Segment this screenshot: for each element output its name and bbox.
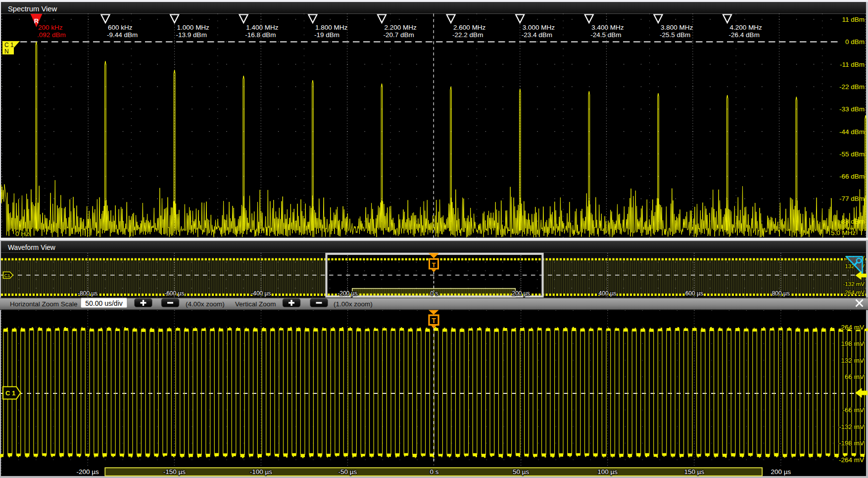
- svg-text:3.800 MHz: 3.800 MHz: [661, 24, 693, 31]
- svg-text:-66 dBm: -66 dBm: [839, 173, 865, 180]
- svg-text:-66 mV: -66 mV: [842, 406, 864, 414]
- svg-text:200 µs: 200 µs: [771, 468, 791, 476]
- svg-text:-9.44 dBm: -9.44 dBm: [107, 31, 138, 39]
- svg-text:200 µs: 200 µs: [512, 290, 530, 297]
- svg-text:2.600 MHz: 2.600 MHz: [453, 24, 486, 31]
- svg-text:-44 dBm: -44 dBm: [839, 128, 865, 136]
- svg-text:66 mV: 66 mV: [845, 373, 864, 381]
- svg-text:-600 µs: -600 µs: [164, 290, 184, 297]
- svg-text:C1: C1: [4, 273, 10, 278]
- svg-text:-132 mV: -132 mV: [843, 281, 865, 287]
- svg-text:-100 µs: -100 µs: [250, 468, 273, 476]
- svg-text:(4.00x zoom): (4.00x zoom): [186, 300, 225, 308]
- svg-text:-11 dBm: -11 dBm: [840, 61, 865, 68]
- svg-text:0 Hz: 0 Hz: [15, 230, 29, 238]
- svg-text:-16.8 dBm: -16.8 dBm: [245, 31, 276, 39]
- svg-text:50 µs: 50 µs: [513, 468, 530, 476]
- svg-text:-26.4 dBm: -26.4 dBm: [729, 31, 760, 39]
- svg-text:-55 dBm: -55 dBm: [839, 150, 865, 158]
- svg-text:-20.7 dBm: -20.7 dBm: [384, 31, 414, 39]
- svg-text:-23.4 dBm: -23.4 dBm: [522, 31, 552, 39]
- svg-text:-264 mV: -264 mV: [843, 289, 865, 295]
- svg-text:-24.5 dBm: -24.5 dBm: [590, 31, 621, 39]
- svg-text:5.0 MHz: 5.0 MHz: [831, 229, 856, 237]
- svg-text:C 1: C 1: [4, 42, 14, 48]
- svg-text:-200 µs: -200 µs: [77, 468, 99, 476]
- svg-text:-400 µs: -400 µs: [251, 290, 271, 297]
- svg-text:-132 mV: -132 mV: [839, 423, 864, 430]
- svg-text:3.400 MHz: 3.400 MHz: [591, 24, 624, 31]
- svg-text:4.200 MHz: 4.200 MHz: [730, 24, 763, 31]
- svg-text:1.000 MHz: 1.000 MHz: [177, 24, 210, 31]
- svg-text:T: T: [432, 317, 436, 325]
- svg-text:(1.00x zoom): (1.00x zoom): [334, 300, 373, 308]
- svg-text:-77 dBm: -77 dBm: [839, 195, 865, 202]
- svg-text:-200 µs: -200 µs: [338, 290, 357, 297]
- svg-text:264 mV: 264 mV: [841, 324, 864, 331]
- svg-text:-13.9 dBm: -13.9 dBm: [176, 31, 207, 39]
- svg-text:-19 dBm: -19 dBm: [314, 31, 339, 39]
- svg-text:T: T: [432, 261, 436, 269]
- svg-text:-25.5 dBm: -25.5 dBm: [660, 31, 690, 39]
- svg-text:-33 dBm: -33 dBm: [839, 105, 865, 113]
- svg-text:N: N: [4, 48, 9, 55]
- svg-text:-150 µs: -150 µs: [163, 468, 186, 476]
- svg-text:0 s: 0 s: [430, 290, 438, 297]
- svg-text:800 µs: 800 µs: [772, 290, 790, 297]
- svg-text:0 s: 0 s: [430, 468, 438, 476]
- svg-text:200 kHz: 200 kHz: [38, 24, 63, 31]
- svg-text:-22.2 dBm: -22.2 dBm: [452, 31, 483, 39]
- svg-text:Vertical Zoom: Vertical Zoom: [235, 300, 276, 308]
- svg-text:-198 mV: -198 mV: [839, 439, 864, 447]
- svg-text:150 µs: 150 µs: [684, 468, 704, 476]
- svg-text:Waveform View: Waveform View: [8, 244, 55, 251]
- svg-text:-264 mV: -264 mV: [839, 456, 864, 464]
- svg-text:Horizontal Zoom Scale: Horizontal Zoom Scale: [10, 300, 78, 308]
- svg-text:132 mV: 132 mV: [841, 357, 864, 364]
- svg-text:1.800 MHz: 1.800 MHz: [315, 24, 348, 31]
- svg-text:50.00 us/div: 50.00 us/div: [85, 299, 123, 307]
- svg-text:Spectrum View: Spectrum View: [8, 5, 57, 13]
- svg-text:-800 µs: -800 µs: [78, 290, 97, 297]
- svg-text:100 µs: 100 µs: [597, 468, 618, 476]
- svg-text:600 kHz: 600 kHz: [108, 24, 133, 31]
- svg-text:2.200 MHz: 2.200 MHz: [385, 24, 417, 31]
- svg-text:600 µs: 600 µs: [685, 290, 703, 297]
- svg-text:-22 dBm: -22 dBm: [839, 83, 865, 91]
- svg-text:400 µs: 400 µs: [599, 290, 617, 297]
- svg-text:198 mV: 198 mV: [841, 340, 864, 347]
- svg-text:-88 dBm: -88 dBm: [839, 218, 865, 225]
- svg-text:11 dBm: 11 dBm: [842, 16, 865, 23]
- svg-text:.092 dBm: .092 dBm: [37, 31, 66, 39]
- svg-text:1.400 MHz: 1.400 MHz: [246, 24, 279, 31]
- svg-text:0 dBm: 0 dBm: [845, 38, 865, 46]
- svg-text:-50 µs: -50 µs: [338, 468, 357, 476]
- svg-text:3.000 MHz: 3.000 MHz: [523, 24, 555, 31]
- svg-text:C 1: C 1: [5, 389, 15, 397]
